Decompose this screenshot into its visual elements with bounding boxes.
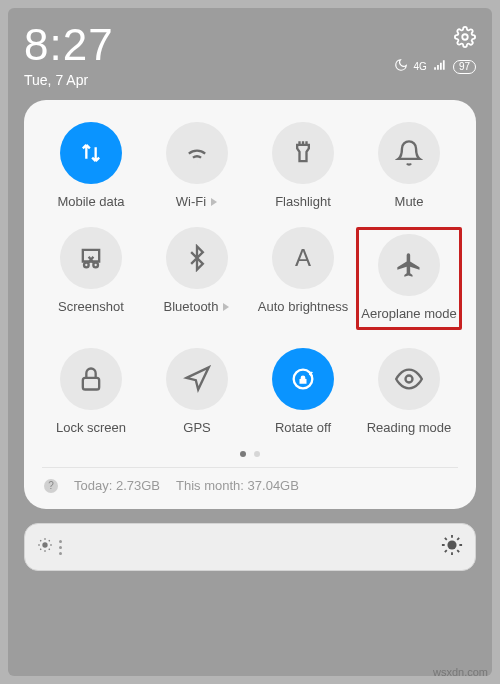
tile-label: Wi-Fi	[176, 194, 206, 209]
rotate-lock-icon	[272, 348, 334, 410]
tile-label: Lock screen	[56, 420, 126, 435]
tile-gps[interactable]: GPS	[144, 348, 250, 435]
tile-auto-brightness[interactable]: A Auto brightness	[250, 227, 356, 330]
tile-label: Screenshot	[58, 299, 124, 314]
svg-point-1	[84, 263, 89, 268]
airplane-icon	[378, 234, 440, 296]
eye-icon	[378, 348, 440, 410]
svg-point-5	[406, 376, 413, 383]
wifi-icon	[166, 122, 228, 184]
mobile-data-icon	[60, 122, 122, 184]
usage-month: This month: 37.04GB	[176, 478, 299, 493]
scissors-icon	[60, 227, 122, 289]
help-icon: ?	[44, 479, 58, 493]
brightness-high-icon	[441, 534, 463, 560]
expand-icon[interactable]	[223, 303, 229, 311]
tile-lock-screen[interactable]: Lock screen	[38, 348, 144, 435]
data-usage-row[interactable]: ? Today: 2.73GB This month: 37.04GB	[38, 476, 462, 497]
bell-icon	[378, 122, 440, 184]
clock: 8:27	[24, 20, 114, 70]
brightness-low-icon	[37, 537, 53, 557]
tile-wifi[interactable]: Wi-Fi	[144, 122, 250, 209]
tile-label: Aeroplane mode	[361, 306, 456, 321]
auto-brightness-icon: A	[272, 227, 334, 289]
lock-icon	[60, 348, 122, 410]
location-icon	[166, 348, 228, 410]
slider-grip-icon	[59, 540, 62, 555]
tile-aeroplane-mode[interactable]: Aeroplane mode	[356, 227, 462, 330]
tile-label: GPS	[183, 420, 210, 435]
tile-screenshot[interactable]: Screenshot	[38, 227, 144, 330]
tile-label: Reading mode	[367, 420, 452, 435]
bluetooth-icon	[166, 227, 228, 289]
tile-rotate-off[interactable]: Rotate off	[250, 348, 356, 435]
tile-label: Bluetooth	[164, 299, 219, 314]
brightness-slider[interactable]	[24, 523, 476, 571]
signal-icon	[433, 58, 447, 75]
page-dot-1	[240, 451, 246, 457]
svg-point-0	[462, 34, 468, 40]
tile-mute[interactable]: Mute	[356, 122, 462, 209]
tile-bluetooth[interactable]: Bluetooth	[144, 227, 250, 330]
quick-settings-panel: Mobile data Wi-Fi Flashlight Mute	[24, 100, 476, 509]
svg-point-6	[42, 542, 47, 547]
tile-flashlight[interactable]: Flashlight	[250, 122, 356, 209]
svg-rect-3	[83, 378, 99, 390]
watermark: wsxdn.com	[433, 666, 488, 678]
flashlight-icon	[272, 122, 334, 184]
settings-button[interactable]	[454, 26, 476, 52]
tile-label: Mobile data	[57, 194, 124, 209]
tile-reading-mode[interactable]: Reading mode	[356, 348, 462, 435]
page-dot-2	[254, 451, 260, 457]
tile-label: Auto brightness	[258, 299, 348, 314]
battery-badge: 97	[453, 60, 476, 74]
date: Tue, 7 Apr	[24, 72, 114, 88]
status-bar: 8:27 Tue, 7 Apr 4G 97	[24, 20, 476, 88]
network-type: 4G	[414, 61, 427, 72]
usage-today: Today: 2.73GB	[74, 478, 160, 493]
divider	[42, 467, 458, 468]
tile-label: Rotate off	[275, 420, 331, 435]
expand-icon[interactable]	[211, 198, 217, 206]
page-indicator	[38, 451, 462, 457]
tile-label: Mute	[395, 194, 424, 209]
status-icons: 4G 97	[394, 58, 476, 75]
tile-mobile-data[interactable]: Mobile data	[38, 122, 144, 209]
tile-label: Flashlight	[275, 194, 331, 209]
tiles-grid: Mobile data Wi-Fi Flashlight Mute	[38, 122, 462, 435]
svg-point-2	[93, 263, 98, 268]
dnd-icon	[394, 58, 408, 75]
svg-point-7	[447, 540, 456, 549]
